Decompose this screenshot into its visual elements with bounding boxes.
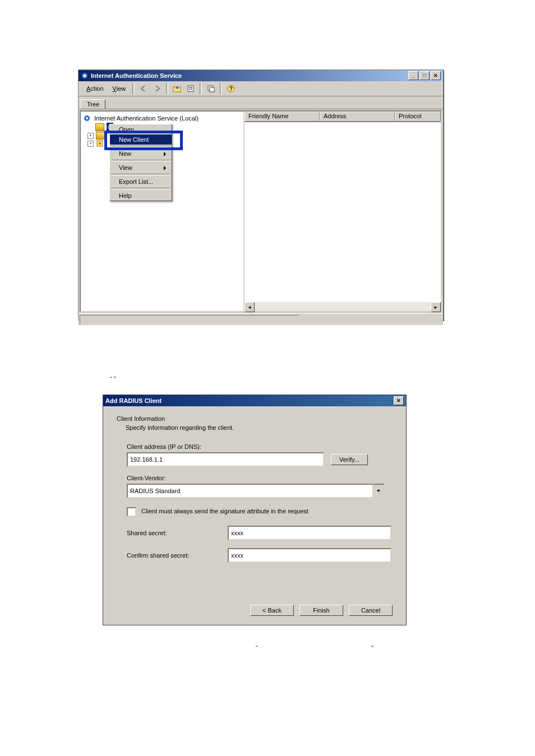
menu-bar: AActionction VViewiew ?	[79, 81, 443, 96]
col-friendly[interactable]: Friendly Name	[245, 112, 320, 122]
minimize-button[interactable]: _	[408, 71, 418, 80]
properties-icon[interactable]	[184, 82, 197, 95]
expand-icon[interactable]: +	[87, 141, 94, 147]
svg-point-11	[86, 117, 88, 119]
menu-view[interactable]: VViewiew	[108, 84, 131, 93]
cm-export[interactable]: Export List...	[110, 177, 172, 187]
client-address-label: Client address (IP or DNS):	[127, 443, 393, 450]
client-vendor-label: Client-Vendor:	[127, 475, 393, 481]
title-bar: Internet Authentication Service _ □ ✕	[79, 70, 443, 81]
svg-rect-4	[189, 87, 192, 88]
cm-view[interactable]: View	[110, 163, 172, 173]
horizontal-scrollbar[interactable]: ◄ ►	[245, 302, 441, 311]
cm-new[interactable]: New	[110, 149, 172, 159]
forward-icon[interactable]	[150, 82, 164, 95]
cm-separator	[111, 146, 170, 147]
dialog-title: Add RADIUS Client	[105, 397, 162, 404]
client-vendor-value[interactable]	[127, 484, 373, 498]
list-pane: Friendly Name Address Protocol ◄ ►	[243, 112, 441, 311]
back-icon[interactable]	[137, 82, 150, 95]
toolbar-separator	[220, 83, 222, 94]
cm-separator	[111, 174, 170, 175]
confirm-secret-label: Confirm shared secret:	[127, 552, 228, 559]
back-button[interactable]: < Back	[250, 605, 294, 616]
close-button[interactable]: ✕	[431, 71, 441, 80]
cm-open[interactable]: Open	[110, 124, 172, 134]
finish-button[interactable]: Finish	[299, 605, 343, 616]
caption-quote-close: ”	[371, 644, 373, 651]
service-icon	[83, 114, 92, 122]
col-address[interactable]: Address	[320, 112, 395, 122]
maximize-button[interactable]: □	[419, 71, 430, 80]
tree-root-label: Internet Authentication Service (Local)	[94, 114, 199, 123]
svg-rect-7	[210, 87, 214, 92]
app-icon	[81, 72, 89, 80]
cm-separator	[111, 160, 170, 161]
folder-icon	[96, 132, 105, 140]
shared-secret-input[interactable]	[228, 526, 391, 540]
tab-row: Tree	[79, 96, 443, 109]
toolbar-separator	[166, 83, 168, 94]
dialog-close-button[interactable]: ✕	[394, 396, 404, 405]
tab-tree[interactable]: Tree	[81, 99, 105, 109]
up-folder-icon[interactable]	[170, 82, 184, 95]
window-title: Internet Authentication Service	[91, 72, 182, 79]
copy-icon[interactable]	[204, 82, 218, 95]
dialog-heading: Client Information	[117, 415, 393, 422]
scroll-track[interactable]	[255, 302, 431, 311]
svg-text:?: ?	[229, 86, 233, 92]
confirm-secret-input[interactable]	[228, 548, 391, 563]
caption-quote-open: “	[256, 644, 258, 651]
tree-root[interactable]: Internet Authentication Service (Local)	[83, 114, 241, 123]
chevron-down-icon[interactable]	[373, 484, 385, 498]
add-radius-client-dialog: Add RADIUS Client ✕ Client Information S…	[103, 395, 407, 625]
svg-rect-5	[189, 89, 192, 90]
caption-text: “ ”	[110, 375, 116, 382]
signature-checkbox[interactable]	[127, 507, 136, 517]
dialog-subheading: Specify information regarding the client…	[117, 424, 393, 431]
policies-icon	[96, 140, 105, 147]
col-protocol[interactable]: Protocol	[395, 112, 441, 122]
scroll-left-icon[interactable]: ◄	[245, 302, 255, 312]
verify-button[interactable]: Verify...	[331, 454, 368, 465]
cancel-button[interactable]: Cancel	[349, 605, 393, 616]
dialog-title-bar: Add RADIUS Client ✕	[103, 395, 406, 406]
help-icon[interactable]: ?	[224, 82, 238, 95]
shared-secret-label: Shared secret:	[127, 530, 228, 536]
svg-point-1	[83, 74, 86, 77]
status-bar	[79, 313, 443, 325]
context-menu: Open New Client New View Export List... …	[109, 124, 172, 201]
scroll-right-icon[interactable]: ►	[431, 302, 441, 312]
cm-help[interactable]: Help	[110, 191, 172, 201]
client-address-input[interactable]	[127, 452, 324, 467]
toolbar-separator	[132, 83, 135, 94]
expand-icon[interactable]: +	[87, 133, 94, 139]
signature-checkbox-row[interactable]: Client must always send the signature at…	[127, 507, 393, 517]
cm-separator	[111, 188, 170, 189]
folder-icon	[95, 123, 104, 131]
menu-action[interactable]: AActionction	[82, 84, 108, 93]
toolbar-separator	[200, 83, 202, 94]
cm-new-client[interactable]: New Client	[110, 134, 172, 145]
signature-checkbox-label: Client must always send the signature at…	[141, 508, 308, 514]
client-vendor-dropdown[interactable]	[127, 484, 385, 498]
